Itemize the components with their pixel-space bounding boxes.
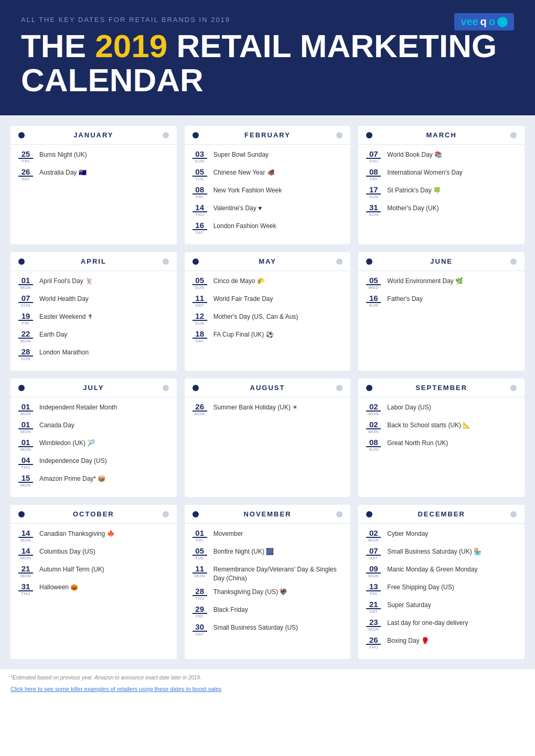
day-of-week: SAT <box>192 632 207 636</box>
event-row: 07 SAT Small Business Saturday (UK) 🏪 <box>366 547 517 560</box>
event-date: 14 MON <box>18 547 33 560</box>
day-of-week: MON <box>18 538 33 543</box>
event-text: Mother's Day (UK) <box>387 203 438 213</box>
day-number: 05 <box>192 547 207 556</box>
event-text: Super Bowl Sunday <box>213 150 269 159</box>
month-card-may: MAY 05 SUN Cinco de Mayo 🌮 11 SAT World … <box>185 252 351 371</box>
day-number: 26 <box>192 403 207 412</box>
day-number: 21 <box>366 600 381 609</box>
day-of-week: MON <box>18 429 33 434</box>
month-card-october: OCTOBER 14 MON Canadian Thanksgiving 🍁 1… <box>10 505 177 659</box>
day-of-week: THU <box>18 465 33 470</box>
event-text: World Fair Trade Day <box>213 294 273 304</box>
event-date: 31 THU <box>18 582 33 596</box>
event-text: Black Friday <box>213 605 248 614</box>
day-of-week: MON <box>18 285 33 290</box>
dot-right <box>163 511 169 517</box>
event-row: 01 MON Wimbledon (UK) 🎾 <box>18 438 169 452</box>
day-of-week: THU <box>366 645 381 650</box>
event-row: 02 MON Back to School starts (UK) 📐 <box>366 420 517 434</box>
event-text: April Fool's Day 🃏 <box>39 276 93 286</box>
event-date: 23 MON <box>366 618 381 632</box>
day-of-week: SAT <box>192 303 207 308</box>
dot-right <box>336 511 343 517</box>
day-of-week: SUN <box>366 303 381 308</box>
event-text: Columbus Day (US) <box>39 547 95 556</box>
day-of-week: SUN <box>192 285 207 290</box>
dot-right <box>510 511 517 517</box>
dot-left <box>366 385 372 391</box>
day-number: 03 <box>192 150 207 159</box>
event-row: 16 SAT London Fashion Week <box>192 221 343 235</box>
event-row: 08 SUN Great North Run (UK) <box>366 438 517 452</box>
day-number: 08 <box>192 186 207 195</box>
event-row: 26 MON Summer Bank Holiday (UK) ☀ <box>192 403 343 416</box>
logo: veeqo <box>454 13 514 30</box>
day-of-week: MON <box>366 412 381 416</box>
day-of-week: SUN <box>366 447 381 452</box>
day-number: 21 <box>18 565 33 574</box>
day-number: 19 <box>18 312 33 321</box>
month-name: OCTOBER <box>73 510 114 518</box>
day-number: 11 <box>192 294 207 303</box>
title-year: 2019 <box>95 28 167 64</box>
month-card-september: SEPTEMBER 02 MON Labor Day (US) 02 MON B… <box>358 379 525 497</box>
event-date: 07 THU <box>366 150 381 164</box>
dot-right <box>336 258 343 265</box>
day-number: 08 <box>366 168 381 177</box>
day-of-week: SUN <box>366 195 381 199</box>
event-text: Labor Day (US) <box>387 403 431 412</box>
event-date: 16 SUN <box>366 294 381 308</box>
header-subtitle: ALL THE KEY DATES FOR RETAIL BRANDS IN 2… <box>21 16 514 24</box>
month-name: SEPTEMBER <box>415 384 467 392</box>
day-of-week: SUN <box>18 357 33 361</box>
event-row: 05 SUN Cinco de Mayo 🌮 <box>192 276 343 290</box>
day-number: 12 <box>192 312 207 321</box>
day-number: 15 <box>18 474 33 483</box>
header-title: THE 2019 RETAIL MARKETING CALENDAR <box>21 29 514 97</box>
footer-note: *Estimated based on previous year. Amazo… <box>0 669 535 683</box>
event-date: 14 THU <box>192 203 207 217</box>
day-of-week: MON <box>18 556 33 560</box>
event-text: Australia Day 🇦🇺 <box>39 168 87 177</box>
event-date: 17 SUN <box>366 186 381 199</box>
event-row: 28 SUN London Marathon <box>18 348 169 361</box>
event-date: 07 SUN <box>18 294 33 308</box>
event-row: 08 FRI New York Fashion Week <box>192 186 343 199</box>
event-date: 21 SAT <box>366 600 381 614</box>
month-name: NOVEMBER <box>243 510 291 518</box>
dot-right <box>163 385 169 391</box>
day-of-week: MON <box>366 574 381 578</box>
day-of-week: MON <box>18 483 33 488</box>
event-date: 28 SUN <box>18 348 33 361</box>
event-date: 19 FRI <box>18 312 33 326</box>
dot-right <box>510 132 517 138</box>
event-row: 05 TUE Bonfire Night (UK) 🎆 <box>192 547 343 560</box>
day-number: 25 <box>18 150 33 159</box>
event-date: 01 MON <box>18 420 33 434</box>
dot-left <box>366 132 372 138</box>
day-number: 07 <box>366 547 381 556</box>
event-date: 05 TUE <box>192 547 207 560</box>
event-text: Autumn Half Term (UK) <box>39 565 104 574</box>
day-number: 01 <box>18 276 33 285</box>
calendar-grid: JANUARY 25 FRI Burns Night (UK) 26 SAT A… <box>0 115 535 669</box>
event-row: 19 FRI Easter Weekend ✝ <box>18 312 169 326</box>
footer-link[interactable]: Click here to see some killer examples o… <box>0 683 535 700</box>
event-date: 04 THU <box>18 456 33 470</box>
day-number: 16 <box>192 221 207 230</box>
event-row: 13 FRI Free Shipping Day (US) <box>366 582 517 596</box>
event-row: 09 MON Manic Monday & Green Monday <box>366 565 517 578</box>
event-text: Cyber Monday <box>387 529 428 538</box>
event-date: 05 WED <box>366 276 381 290</box>
dot-left <box>18 132 25 138</box>
page-header: veeqo ALL THE KEY DATES FOR RETAIL BRAND… <box>0 0 535 115</box>
day-number: 09 <box>366 565 381 574</box>
day-number: 13 <box>366 582 381 591</box>
day-of-week: SUN <box>192 321 207 326</box>
day-of-week: WED <box>366 285 381 290</box>
day-number: 05 <box>192 276 207 285</box>
day-of-week: THU <box>366 159 381 164</box>
month-card-december: DECEMBER 02 MON Cyber Monday 07 SAT Smal… <box>358 505 525 659</box>
event-text: Manic Monday & Green Monday <box>387 565 477 574</box>
